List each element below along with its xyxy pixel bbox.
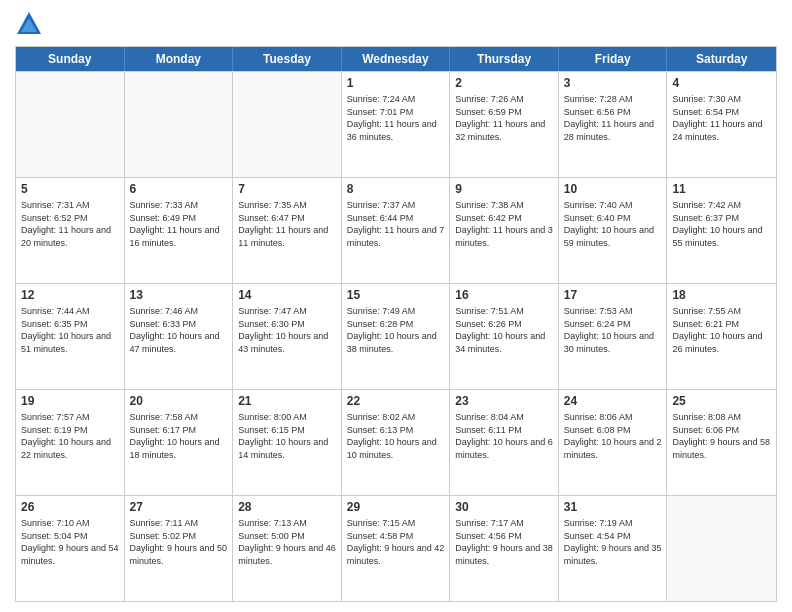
day-number: 26 xyxy=(21,500,119,514)
day-info: Sunrise: 8:08 AMSunset: 6:06 PMDaylight:… xyxy=(672,411,771,461)
day-number: 29 xyxy=(347,500,445,514)
calendar-cell xyxy=(667,496,776,601)
calendar-cell xyxy=(125,72,234,177)
day-info: Sunrise: 7:53 AMSunset: 6:24 PMDaylight:… xyxy=(564,305,662,355)
day-info: Sunrise: 8:04 AMSunset: 6:11 PMDaylight:… xyxy=(455,411,553,461)
day-number: 10 xyxy=(564,182,662,196)
calendar-header-cell: Tuesday xyxy=(233,47,342,71)
calendar-header-cell: Saturday xyxy=(667,47,776,71)
day-info: Sunrise: 7:31 AMSunset: 6:52 PMDaylight:… xyxy=(21,199,119,249)
calendar-cell: 20Sunrise: 7:58 AMSunset: 6:17 PMDayligh… xyxy=(125,390,234,495)
calendar-cell: 14Sunrise: 7:47 AMSunset: 6:30 PMDayligh… xyxy=(233,284,342,389)
day-number: 12 xyxy=(21,288,119,302)
calendar-cell: 3Sunrise: 7:28 AMSunset: 6:56 PMDaylight… xyxy=(559,72,668,177)
logo xyxy=(15,10,47,38)
day-number: 21 xyxy=(238,394,336,408)
calendar-header-cell: Thursday xyxy=(450,47,559,71)
day-number: 18 xyxy=(672,288,771,302)
day-number: 2 xyxy=(455,76,553,90)
day-info: Sunrise: 7:30 AMSunset: 6:54 PMDaylight:… xyxy=(672,93,771,143)
day-info: Sunrise: 7:49 AMSunset: 6:28 PMDaylight:… xyxy=(347,305,445,355)
calendar-cell: 9Sunrise: 7:38 AMSunset: 6:42 PMDaylight… xyxy=(450,178,559,283)
calendar-week-5: 26Sunrise: 7:10 AMSunset: 5:04 PMDayligh… xyxy=(16,495,776,601)
calendar-cell: 25Sunrise: 8:08 AMSunset: 6:06 PMDayligh… xyxy=(667,390,776,495)
calendar-cell: 11Sunrise: 7:42 AMSunset: 6:37 PMDayligh… xyxy=(667,178,776,283)
calendar-cell: 4Sunrise: 7:30 AMSunset: 6:54 PMDaylight… xyxy=(667,72,776,177)
page: SundayMondayTuesdayWednesdayThursdayFrid… xyxy=(0,0,792,612)
day-info: Sunrise: 7:42 AMSunset: 6:37 PMDaylight:… xyxy=(672,199,771,249)
calendar-cell: 26Sunrise: 7:10 AMSunset: 5:04 PMDayligh… xyxy=(16,496,125,601)
calendar-cell: 2Sunrise: 7:26 AMSunset: 6:59 PMDaylight… xyxy=(450,72,559,177)
calendar-week-2: 5Sunrise: 7:31 AMSunset: 6:52 PMDaylight… xyxy=(16,177,776,283)
logo-icon xyxy=(15,10,43,38)
day-number: 16 xyxy=(455,288,553,302)
day-number: 6 xyxy=(130,182,228,196)
day-number: 22 xyxy=(347,394,445,408)
day-info: Sunrise: 7:44 AMSunset: 6:35 PMDaylight:… xyxy=(21,305,119,355)
calendar-cell: 17Sunrise: 7:53 AMSunset: 6:24 PMDayligh… xyxy=(559,284,668,389)
calendar-cell: 28Sunrise: 7:13 AMSunset: 5:00 PMDayligh… xyxy=(233,496,342,601)
day-number: 15 xyxy=(347,288,445,302)
calendar-cell: 16Sunrise: 7:51 AMSunset: 6:26 PMDayligh… xyxy=(450,284,559,389)
day-info: Sunrise: 7:24 AMSunset: 7:01 PMDaylight:… xyxy=(347,93,445,143)
calendar-week-3: 12Sunrise: 7:44 AMSunset: 6:35 PMDayligh… xyxy=(16,283,776,389)
day-info: Sunrise: 7:10 AMSunset: 5:04 PMDaylight:… xyxy=(21,517,119,567)
day-number: 14 xyxy=(238,288,336,302)
calendar-cell: 30Sunrise: 7:17 AMSunset: 4:56 PMDayligh… xyxy=(450,496,559,601)
day-number: 4 xyxy=(672,76,771,90)
calendar-week-1: 1Sunrise: 7:24 AMSunset: 7:01 PMDaylight… xyxy=(16,71,776,177)
calendar-body: 1Sunrise: 7:24 AMSunset: 7:01 PMDaylight… xyxy=(16,71,776,601)
calendar-header-cell: Monday xyxy=(125,47,234,71)
day-number: 5 xyxy=(21,182,119,196)
calendar-cell: 24Sunrise: 8:06 AMSunset: 6:08 PMDayligh… xyxy=(559,390,668,495)
day-info: Sunrise: 7:51 AMSunset: 6:26 PMDaylight:… xyxy=(455,305,553,355)
day-info: Sunrise: 7:28 AMSunset: 6:56 PMDaylight:… xyxy=(564,93,662,143)
day-number: 1 xyxy=(347,76,445,90)
day-info: Sunrise: 7:46 AMSunset: 6:33 PMDaylight:… xyxy=(130,305,228,355)
day-info: Sunrise: 7:17 AMSunset: 4:56 PMDaylight:… xyxy=(455,517,553,567)
day-number: 17 xyxy=(564,288,662,302)
day-info: Sunrise: 7:13 AMSunset: 5:00 PMDaylight:… xyxy=(238,517,336,567)
day-number: 8 xyxy=(347,182,445,196)
day-info: Sunrise: 8:02 AMSunset: 6:13 PMDaylight:… xyxy=(347,411,445,461)
day-number: 9 xyxy=(455,182,553,196)
calendar-cell xyxy=(233,72,342,177)
day-number: 24 xyxy=(564,394,662,408)
day-info: Sunrise: 7:47 AMSunset: 6:30 PMDaylight:… xyxy=(238,305,336,355)
day-number: 20 xyxy=(130,394,228,408)
day-number: 7 xyxy=(238,182,336,196)
day-info: Sunrise: 7:55 AMSunset: 6:21 PMDaylight:… xyxy=(672,305,771,355)
calendar: SundayMondayTuesdayWednesdayThursdayFrid… xyxy=(15,46,777,602)
day-info: Sunrise: 7:38 AMSunset: 6:42 PMDaylight:… xyxy=(455,199,553,249)
day-number: 19 xyxy=(21,394,119,408)
day-info: Sunrise: 7:57 AMSunset: 6:19 PMDaylight:… xyxy=(21,411,119,461)
day-info: Sunrise: 8:06 AMSunset: 6:08 PMDaylight:… xyxy=(564,411,662,461)
day-number: 13 xyxy=(130,288,228,302)
calendar-cell: 23Sunrise: 8:04 AMSunset: 6:11 PMDayligh… xyxy=(450,390,559,495)
calendar-cell: 19Sunrise: 7:57 AMSunset: 6:19 PMDayligh… xyxy=(16,390,125,495)
calendar-cell: 8Sunrise: 7:37 AMSunset: 6:44 PMDaylight… xyxy=(342,178,451,283)
day-number: 3 xyxy=(564,76,662,90)
calendar-cell: 22Sunrise: 8:02 AMSunset: 6:13 PMDayligh… xyxy=(342,390,451,495)
calendar-header-row: SundayMondayTuesdayWednesdayThursdayFrid… xyxy=(16,47,776,71)
day-info: Sunrise: 7:11 AMSunset: 5:02 PMDaylight:… xyxy=(130,517,228,567)
calendar-cell: 6Sunrise: 7:33 AMSunset: 6:49 PMDaylight… xyxy=(125,178,234,283)
day-number: 27 xyxy=(130,500,228,514)
calendar-header-cell: Sunday xyxy=(16,47,125,71)
calendar-cell: 12Sunrise: 7:44 AMSunset: 6:35 PMDayligh… xyxy=(16,284,125,389)
day-info: Sunrise: 7:19 AMSunset: 4:54 PMDaylight:… xyxy=(564,517,662,567)
day-info: Sunrise: 7:58 AMSunset: 6:17 PMDaylight:… xyxy=(130,411,228,461)
calendar-cell: 13Sunrise: 7:46 AMSunset: 6:33 PMDayligh… xyxy=(125,284,234,389)
calendar-header-cell: Friday xyxy=(559,47,668,71)
calendar-cell: 21Sunrise: 8:00 AMSunset: 6:15 PMDayligh… xyxy=(233,390,342,495)
day-number: 31 xyxy=(564,500,662,514)
day-info: Sunrise: 7:33 AMSunset: 6:49 PMDaylight:… xyxy=(130,199,228,249)
calendar-cell: 29Sunrise: 7:15 AMSunset: 4:58 PMDayligh… xyxy=(342,496,451,601)
day-number: 30 xyxy=(455,500,553,514)
day-info: Sunrise: 8:00 AMSunset: 6:15 PMDaylight:… xyxy=(238,411,336,461)
calendar-cell: 18Sunrise: 7:55 AMSunset: 6:21 PMDayligh… xyxy=(667,284,776,389)
calendar-week-4: 19Sunrise: 7:57 AMSunset: 6:19 PMDayligh… xyxy=(16,389,776,495)
calendar-cell: 31Sunrise: 7:19 AMSunset: 4:54 PMDayligh… xyxy=(559,496,668,601)
calendar-header-cell: Wednesday xyxy=(342,47,451,71)
calendar-cell xyxy=(16,72,125,177)
